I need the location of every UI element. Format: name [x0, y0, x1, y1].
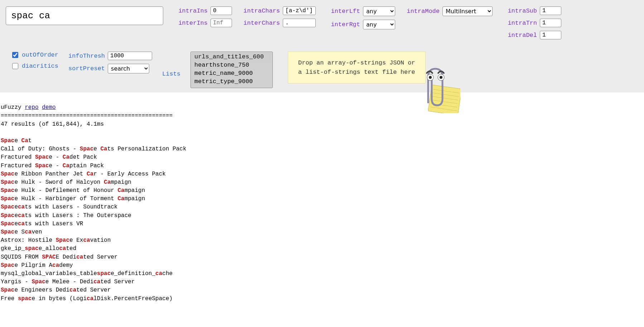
inter-lft-select[interactable]: any	[363, 6, 395, 16]
intra-sub-label: intraSub	[504, 8, 537, 14]
result-line: mysql_global_variables_tablespace_defini…	[1, 270, 643, 278]
info-thresh-label: infoThresh	[68, 53, 105, 59]
result-line: Space Pilgrim Academy	[1, 261, 643, 270]
inter-rgt-select[interactable]: any	[363, 20, 395, 29]
results-summary: 47 results (of 161,844), 4.1ms	[1, 121, 104, 128]
clippy-icon	[410, 63, 460, 113]
sort-preset-label: sortPreset	[68, 65, 105, 72]
intra-sub-input[interactable]	[540, 6, 561, 15]
info-thresh-input[interactable]	[108, 52, 152, 60]
result-line: Space Engineers Dedicated Server	[1, 286, 643, 294]
intra-trn-input[interactable]	[540, 19, 561, 27]
intra-del-label: intraDel	[504, 32, 537, 39]
diacritics-label: diacritics	[22, 63, 58, 69]
app-name: uFuzzy	[1, 104, 21, 111]
intra-ins-input[interactable]	[210, 6, 232, 15]
inter-ins-label: interIns	[175, 20, 208, 27]
result-line: Space Cat	[1, 137, 643, 145]
result-line: gke_ip_space_allocated	[1, 245, 643, 253]
result-line: Astrox: Hostile Space Excavation	[1, 236, 643, 245]
drop-zone-line2: a list-of-strings text file here	[298, 69, 415, 76]
repo-link[interactable]: repo	[25, 104, 38, 111]
result-line: Space Hulk - Harbinger of Torment Campai…	[1, 195, 643, 203]
svg-point-10	[440, 76, 442, 79]
intra-del-input[interactable]	[540, 31, 561, 39]
lists-option[interactable]: metric_name_9000	[192, 69, 271, 77]
drop-zone-line1: Drop an array-of-strings JSON or	[298, 59, 415, 66]
lists-label: Lists	[162, 71, 180, 77]
result-line: Spacecats with Lasers VR	[1, 220, 643, 228]
sort-preset-select[interactable]: search	[108, 64, 149, 73]
inter-lft-label: interLft	[327, 8, 360, 15]
result-line: Call of Duty: Ghosts - Space Cats Person…	[1, 145, 643, 153]
result-line: Space Scaven	[1, 228, 643, 236]
result-line: Yargis - Space Melee - Dedicated Server	[1, 278, 643, 286]
drop-zone[interactable]: Drop an array-of-strings JSON or a list-…	[288, 52, 425, 83]
out-of-order-checkbox[interactable]	[12, 52, 18, 58]
result-line: Fractured Space - Cadet Pack	[1, 153, 643, 162]
intra-mode-select[interactable]: MultiInsert	[442, 6, 493, 16]
demo-link[interactable]: demo	[42, 104, 55, 111]
lists-option[interactable]: metric_type_9000	[192, 77, 271, 86]
svg-point-9	[429, 76, 432, 79]
lists-select[interactable]: urls_and_titles_600hearthstone_750metric…	[190, 52, 273, 88]
intra-ins-label: intraIns	[175, 8, 208, 14]
out-of-order-label: outOfOrder	[22, 52, 58, 58]
result-line: Spacecats with Lasers - Soundtrack	[1, 203, 643, 211]
intra-chars-input[interactable]	[283, 6, 316, 15]
inter-chars-input[interactable]	[283, 19, 316, 27]
inter-chars-label: interChars	[243, 20, 280, 27]
intra-chars-label: intraChars	[243, 8, 280, 14]
inter-ins-input[interactable]	[210, 19, 232, 27]
result-line: Spacecats with Lasers : The Outerspace	[1, 212, 643, 220]
inter-rgt-label: interRgt	[327, 21, 360, 28]
result-line: SQUIDS FROM SPACE Dedicated Server	[1, 253, 643, 261]
divider: ========================================…	[1, 112, 173, 119]
lists-option[interactable]: hearthstone_750	[192, 61, 271, 69]
search-input[interactable]	[6, 6, 163, 25]
result-line: Fractured Space - Captain Pack	[1, 162, 643, 170]
intra-trn-label: intraTrn	[504, 20, 537, 27]
lists-option[interactable]: urls_and_titles_600	[192, 53, 271, 61]
intra-mode-label: intraMode	[407, 8, 440, 15]
diacritics-checkbox[interactable]	[12, 63, 18, 69]
result-line: Space Hulk - Defilement of Honour Campai…	[1, 187, 643, 195]
result-line: Space Hulk - Sword of Halcyon Campaign	[1, 178, 643, 187]
result-line: Space Ribbon Panther Jet Car - Early Acc…	[1, 170, 643, 178]
result-line: Free space in bytes (LogicalDisk.Percent…	[1, 295, 643, 303]
